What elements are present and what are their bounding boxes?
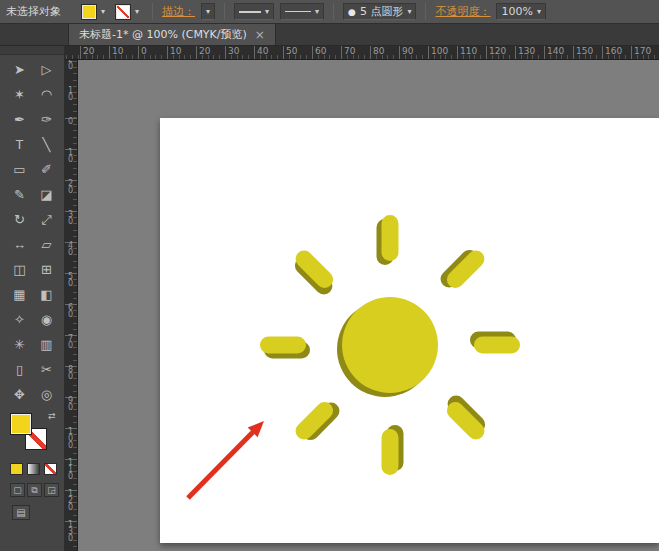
line-segment-tool[interactable]: ╲ [33, 132, 60, 157]
canvas-row: 20100102030405060708090100110120130 [65, 60, 659, 551]
ruler-label: 20 [83, 47, 94, 56]
ruler-label: 120 [67, 490, 74, 511]
ruler-label: 60 [67, 304, 74, 318]
screen-mode-button[interactable]: ▤ [12, 505, 30, 520]
ruler-label: 150 [576, 47, 593, 56]
column-graph-tool[interactable]: ▥ [33, 332, 60, 357]
tool-icon: ◉ [41, 313, 52, 326]
direct-selection-tool[interactable]: ▷ [33, 57, 60, 82]
tool-icon: ✂ [41, 363, 52, 376]
chevron-down-icon[interactable]: ▾ [135, 8, 139, 16]
opacity-panel-link[interactable]: 不透明度： [435, 4, 490, 19]
stroke-panel-link[interactable]: 描边： [162, 4, 195, 19]
selection-tool[interactable]: ➤ [6, 57, 33, 82]
symbol-sprayer-tool[interactable]: ✳ [6, 332, 33, 357]
tool-icon: ✥ [14, 388, 25, 401]
document-area: 2010010203040506070809010011012013014015… [65, 46, 659, 551]
width-profile-select[interactable]: ▾ [234, 3, 274, 20]
fill-swatch[interactable] [10, 413, 32, 435]
eraser-tool[interactable]: ◪ [33, 182, 60, 207]
eyedropper-tool[interactable]: ✧ [6, 307, 33, 332]
ruler-label: 120 [489, 47, 506, 56]
gradient-tool[interactable]: ◧ [33, 282, 60, 307]
shape-builder-tool[interactable]: ◫ [6, 257, 33, 282]
lasso-tool[interactable]: ◠ [33, 82, 60, 107]
ruler-label: 130 [67, 521, 74, 542]
ruler-label: 90 [67, 397, 74, 411]
ruler-label: 70 [344, 47, 355, 56]
slice-tool[interactable]: ✂ [33, 357, 60, 382]
ruler-label: 30 [67, 211, 74, 225]
ruler-label: 70 [67, 335, 74, 349]
annotation-arrow [188, 421, 264, 498]
paintbrush-tool[interactable]: ✐ [33, 157, 60, 182]
illustrator-window: 未选择对象 ▾ ▾ 描边： ▾ ▾ ▾ ● 5 点圆形 ▾ 不透明度： 100% [0, 0, 659, 551]
width-tool[interactable]: ↔ [6, 232, 33, 257]
perspective-grid-tool[interactable]: ⊞ [33, 257, 60, 282]
ruler-label: 40 [67, 242, 74, 256]
tool-icon: ╲ [43, 138, 51, 151]
rotate-tool[interactable]: ↻ [6, 207, 33, 232]
hand-tool[interactable]: ✥ [6, 382, 33, 407]
stroke-weight-select[interactable]: ▾ [201, 3, 215, 20]
ruler-label: 0 [141, 47, 147, 56]
horizontal-ruler[interactable]: 2010010203040506070809010011012013014015… [65, 46, 659, 60]
sun-artwork[interactable] [260, 215, 520, 475]
tool-icon: ➤ [14, 63, 25, 76]
color-button[interactable] [10, 463, 23, 475]
stroke-color-swatch[interactable] [115, 4, 131, 20]
rectangle-tool[interactable]: ▭ [6, 157, 33, 182]
magic-wand-tool[interactable]: ✶ [6, 82, 33, 107]
tools-panel-header[interactable] [0, 46, 64, 55]
ruler-label: 100 [431, 47, 448, 56]
tool-icon: ◫ [13, 263, 25, 276]
swap-fill-stroke-icon[interactable]: ⇄ [48, 411, 56, 421]
pencil-tool[interactable]: ✎ [6, 182, 33, 207]
ruler-label: 140 [547, 47, 564, 56]
mesh-tool[interactable]: ▦ [6, 282, 33, 307]
chevron-down-icon: ▾ [407, 8, 411, 16]
ruler-label: 110 [67, 459, 74, 480]
ruler-label: 10 [170, 47, 181, 56]
draw-normal-button[interactable]: ▢ [10, 483, 25, 497]
document-tab[interactable]: 未标题-1* @ 100% (CMYK/预览) × [68, 24, 276, 45]
ruler-label: 20 [199, 47, 210, 56]
brush-stroke-select[interactable]: ▾ [280, 3, 324, 20]
divider [224, 3, 225, 20]
artboard-tool[interactable]: ▯ [6, 357, 33, 382]
scale-tool[interactable]: ⤢ [33, 207, 60, 232]
draw-behind-button[interactable]: ⧉ [27, 483, 42, 497]
divider [152, 3, 153, 20]
divider [333, 3, 334, 20]
ruler-label: 10 [112, 47, 123, 56]
chevron-down-icon: ▾ [315, 8, 319, 16]
artwork-layer [160, 118, 659, 543]
ruler-label: 0 [67, 118, 74, 125]
tool-icon: ⤢ [41, 213, 51, 226]
artboard[interactable] [160, 118, 659, 543]
gradient-button[interactable] [27, 463, 40, 475]
brush-definition-select[interactable]: ● 5 点圆形 ▾ [343, 3, 416, 20]
pen-tool[interactable]: ✒ [6, 107, 33, 132]
tools-panel: ➤ ▷ ✶ ◠ ✒ ✑ T ╲ ▭ ✐ [0, 46, 65, 551]
curvature-tool[interactable]: ✑ [33, 107, 60, 132]
ruler-label: 20 [67, 60, 74, 70]
blend-tool[interactable]: ◉ [33, 307, 60, 332]
zoom-tool[interactable]: ◎ [33, 382, 60, 407]
chevron-down-icon: ▾ [265, 8, 269, 16]
brush-definition-value: 5 点圆形 [360, 4, 404, 19]
type-tool[interactable]: T [6, 132, 33, 157]
canvas[interactable] [78, 60, 659, 551]
vertical-ruler[interactable]: 20100102030405060708090100110120130 [65, 60, 78, 551]
fill-color-swatch[interactable] [81, 4, 97, 20]
tool-icon: ▱ [42, 238, 52, 251]
close-tab-icon[interactable]: × [255, 28, 265, 42]
chevron-down-icon[interactable]: ▾ [101, 8, 105, 16]
tool-icon: ▭ [13, 163, 25, 176]
draw-inside-button[interactable]: ◲ [44, 483, 59, 497]
opacity-input[interactable]: 100% ▾ [496, 3, 545, 20]
ruler-label: 80 [67, 366, 74, 380]
chevron-down-icon: ▾ [537, 8, 541, 16]
none-button[interactable] [44, 463, 57, 475]
free-transform-tool[interactable]: ▱ [33, 232, 60, 257]
